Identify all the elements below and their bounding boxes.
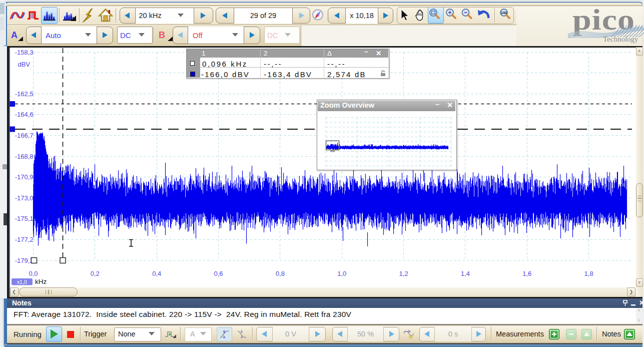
- svg-text:kHz: kHz: [35, 278, 47, 285]
- svg-text:-173,0: -173,0: [15, 194, 34, 202]
- svg-text:-164,6: -164,6: [15, 111, 34, 118]
- svg-text:dBV: dBV: [18, 61, 30, 68]
- svg-text:-158,3: -158,3: [15, 49, 34, 56]
- svg-text:1,8: 1,8: [584, 270, 593, 277]
- svg-text:1,0: 1,0: [337, 270, 346, 277]
- svg-text:0,6: 0,6: [214, 270, 223, 277]
- svg-text:-166,7: -166,7: [15, 132, 34, 139]
- svg-text:0,2: 0,2: [91, 270, 100, 277]
- svg-text:0,4: 0,4: [152, 270, 161, 277]
- svg-text:1,4: 1,4: [461, 270, 470, 277]
- svg-text:0,8: 0,8: [276, 270, 285, 277]
- svg-text:-175,1: -175,1: [15, 215, 34, 222]
- svg-text:-179,3: -179,3: [15, 257, 34, 264]
- svg-text:1,2: 1,2: [399, 270, 408, 277]
- svg-text:-177,2: -177,2: [15, 236, 34, 243]
- svg-text:-170,9: -170,9: [15, 173, 34, 181]
- svg-text:-168,8: -168,8: [15, 153, 34, 160]
- svg-text:0,0: 0,0: [29, 270, 38, 277]
- svg-text:x1,0: x1,0: [17, 279, 27, 285]
- svg-text:-162,5: -162,5: [15, 90, 34, 98]
- svg-text:1,6: 1,6: [522, 270, 531, 277]
